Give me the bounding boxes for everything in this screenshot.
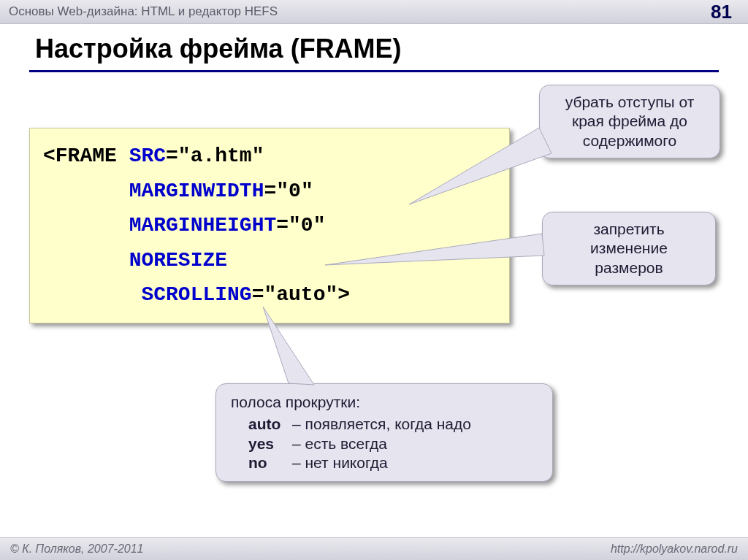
pointer-scrolling xyxy=(0,0,748,560)
slide-footer: © К. Поляков, 2007-2011 http://kpolyakov… xyxy=(0,537,748,560)
svg-marker-2 xyxy=(263,307,314,385)
copyright: © К. Поляков, 2007-2011 xyxy=(10,542,143,556)
footer-url: http://kpolyakov.narod.ru xyxy=(611,542,738,556)
